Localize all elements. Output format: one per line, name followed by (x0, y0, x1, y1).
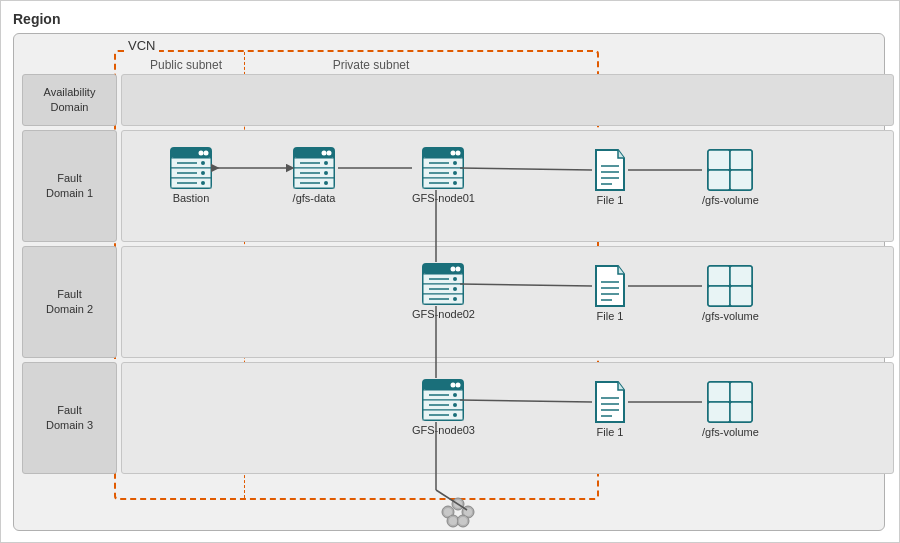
svg-point-100 (449, 517, 457, 525)
svg-point-10 (201, 161, 205, 165)
bastion-server-icon (167, 146, 215, 190)
svg-rect-90 (708, 402, 730, 422)
svg-rect-47 (730, 170, 752, 190)
gfs-node01-server-icon (419, 146, 467, 190)
fd3-file-label: File 1 (597, 426, 624, 438)
svg-point-18 (322, 151, 327, 156)
fd2-volume-icon (705, 264, 755, 308)
gfs-node03-icon-group: GFS-node03 (412, 378, 475, 436)
svg-point-101 (459, 517, 467, 525)
fd3-volume-label: /gfs-volume (702, 426, 759, 438)
fd3-volume-icon-group: /gfs-volume (702, 380, 759, 438)
svg-rect-89 (730, 382, 752, 402)
gfs-node03-server-icon (419, 378, 467, 422)
svg-point-25 (324, 181, 328, 185)
fd2-volume-icon-group: /gfs-volume (702, 264, 759, 322)
svg-point-54 (456, 267, 461, 272)
gfs-node02-label: GFS-node02 (412, 308, 475, 320)
svg-rect-45 (730, 150, 752, 170)
svg-point-5 (199, 151, 204, 156)
svg-point-75 (451, 383, 456, 388)
svg-point-12 (201, 181, 205, 185)
svg-point-82 (453, 413, 457, 417)
fault-domain-1-content (121, 130, 894, 242)
svg-point-76 (456, 383, 461, 388)
fd1-file-icon (592, 148, 628, 192)
fd1-file-label: File 1 (597, 194, 624, 206)
svg-point-80 (453, 393, 457, 397)
gfs-node02-server-icon (419, 262, 467, 306)
svg-point-59 (453, 287, 457, 291)
fd3-file-icon (592, 380, 628, 424)
fault-domain-3-label: FaultDomain 3 (22, 362, 117, 474)
svg-point-6 (204, 151, 209, 156)
diagram-container: Region VCN Public subnet Private subnet … (0, 0, 900, 543)
svg-rect-46 (708, 170, 730, 190)
cluster-icon (436, 494, 480, 530)
region-box: VCN Public subnet Private subnet Availab… (13, 33, 885, 531)
svg-point-99 (464, 508, 472, 516)
fd2-file-icon-group: File 1 (592, 264, 628, 322)
cluster-icon-group (436, 494, 480, 530)
gfs-node01-label: GFS-node01 (412, 192, 475, 204)
public-subnet-label: Public subnet (126, 58, 246, 72)
gfs-data-server-icon (290, 146, 338, 190)
svg-point-11 (201, 171, 205, 175)
fd2-file-icon (592, 264, 628, 308)
svg-point-24 (324, 171, 328, 175)
gfs-data-icon-group: /gfs-data (290, 146, 338, 204)
bastion-icon-group: Bastion (167, 146, 215, 204)
svg-point-37 (453, 171, 457, 175)
vcn-label: VCN (124, 38, 159, 53)
svg-rect-44 (708, 150, 730, 170)
availability-domain-label: AvailabilityDomain (22, 74, 117, 126)
svg-point-31 (451, 151, 456, 156)
svg-point-23 (324, 161, 328, 165)
svg-point-98 (444, 508, 452, 516)
region-label: Region (13, 11, 887, 27)
svg-point-53 (451, 267, 456, 272)
svg-point-58 (453, 277, 457, 281)
svg-point-81 (453, 403, 457, 407)
fd1-file-icon-group: File 1 (592, 148, 628, 206)
fd1-volume-icon-group: /gfs-volume (702, 148, 759, 206)
fault-domain-3-content (121, 362, 894, 474)
fault-domain-1-label: FaultDomain 1 (22, 130, 117, 242)
fd2-file-label: File 1 (597, 310, 624, 322)
svg-rect-68 (708, 286, 730, 306)
private-subnet-label: Private subnet (256, 58, 486, 72)
svg-rect-67 (730, 266, 752, 286)
fd3-volume-icon (705, 380, 755, 424)
gfs-node03-label: GFS-node03 (412, 424, 475, 436)
availability-domain-row (121, 74, 894, 126)
fd2-volume-label: /gfs-volume (702, 310, 759, 322)
gfs-data-label: /gfs-data (293, 192, 336, 204)
svg-point-32 (456, 151, 461, 156)
fd3-file-icon-group: File 1 (592, 380, 628, 438)
svg-point-36 (453, 161, 457, 165)
gfs-node01-icon-group: GFS-node01 (412, 146, 475, 204)
svg-rect-69 (730, 286, 752, 306)
svg-rect-66 (708, 266, 730, 286)
fd1-volume-label: /gfs-volume (702, 194, 759, 206)
inner-layout: VCN Public subnet Private subnet Availab… (22, 40, 894, 538)
svg-point-60 (453, 297, 457, 301)
svg-rect-88 (708, 382, 730, 402)
svg-point-38 (453, 181, 457, 185)
svg-point-97 (454, 500, 462, 508)
fault-domain-2-content (121, 246, 894, 358)
bastion-label: Bastion (173, 192, 210, 204)
fd1-volume-icon (705, 148, 755, 192)
svg-point-19 (327, 151, 332, 156)
gfs-node02-icon-group: GFS-node02 (412, 262, 475, 320)
fault-domain-2-label: FaultDomain 2 (22, 246, 117, 358)
svg-rect-91 (730, 402, 752, 422)
